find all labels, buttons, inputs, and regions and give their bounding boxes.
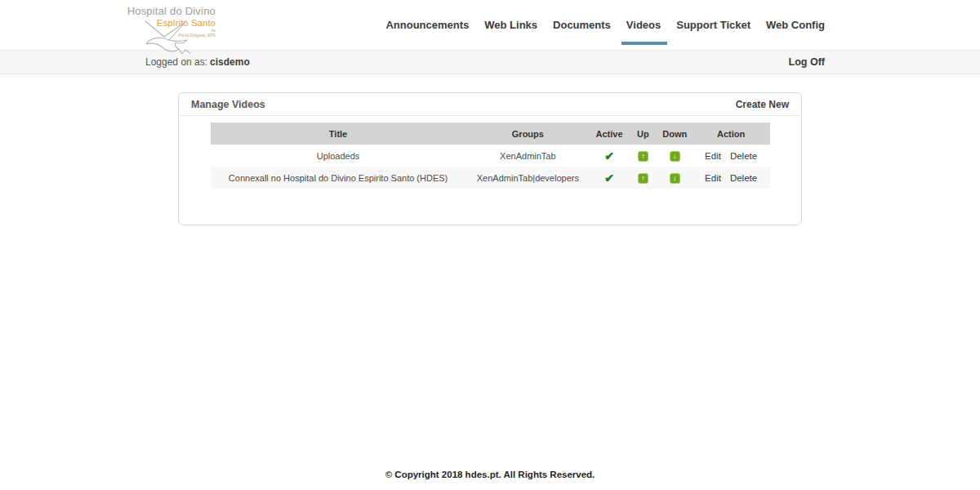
col-header-active: Active xyxy=(590,129,629,139)
action-cell: Edit Delete xyxy=(692,173,770,183)
create-new-button[interactable]: Create New xyxy=(736,99,789,110)
nav-item-videos[interactable]: Videos xyxy=(626,19,661,31)
nav-item-support-ticket[interactable]: Support Ticket xyxy=(676,19,751,31)
delete-link[interactable]: Delete xyxy=(730,173,757,183)
col-header-groups: Groups xyxy=(466,129,590,139)
action-cell: Edit Delete xyxy=(692,151,770,161)
move-down-button[interactable]: ↓ xyxy=(670,151,680,162)
col-header-down: Down xyxy=(657,129,692,139)
panel-header: Manage Videos Create New xyxy=(179,93,801,116)
table-header-row: Title Groups Active Up Down Action xyxy=(211,122,770,145)
edit-link[interactable]: Edit xyxy=(705,151,721,161)
move-up-button[interactable]: ↑ xyxy=(638,173,648,184)
move-down-cell: ↓ xyxy=(657,150,692,162)
username: cisdemo xyxy=(210,56,250,68)
panel-title: Manage Videos xyxy=(191,99,265,110)
move-down-button[interactable]: ↓ xyxy=(670,173,680,184)
logged-on-prefix: Logged on as: xyxy=(145,56,207,68)
table-row: Uploadeds XenAdminTab ✔ ↑ ↓ Edit Delete xyxy=(211,145,770,167)
move-up-button[interactable]: ↑ xyxy=(638,151,648,162)
active-status: ✔ xyxy=(590,172,629,185)
delete-link[interactable]: Delete xyxy=(730,151,757,161)
dove-icon xyxy=(142,20,206,55)
video-groups: XenAdminTab xyxy=(466,151,590,161)
col-header-up: Up xyxy=(629,129,658,139)
nav-item-announcements[interactable]: Announcements xyxy=(385,19,469,31)
video-title: Uploadeds xyxy=(211,151,466,161)
logo-text-line1: Hospital do Divino xyxy=(121,6,216,18)
nav-item-documents[interactable]: Documents xyxy=(553,19,611,31)
logged-on-text: Logged on as:cisdemo xyxy=(145,56,250,68)
move-up-cell: ↑ xyxy=(629,150,658,162)
move-down-cell: ↓ xyxy=(657,172,692,184)
active-status: ✔ xyxy=(590,149,629,163)
copyright-text: © Copyright 2018 hdes.pt. All Rights Res… xyxy=(0,470,980,479)
check-icon: ✔ xyxy=(604,149,614,163)
move-up-cell: ↑ xyxy=(629,172,658,184)
nav-item-web-config[interactable]: Web Config xyxy=(766,19,825,31)
main-nav: Announcements Web Links Documents Videos… xyxy=(385,0,825,50)
nav-item-web-links[interactable]: Web Links xyxy=(484,19,537,31)
col-header-title: Title xyxy=(211,129,466,139)
top-header: Hospital do Divino Espírito Santo de Pon… xyxy=(0,0,980,50)
log-off-link[interactable]: Log Off xyxy=(789,56,825,68)
edit-link[interactable]: Edit xyxy=(705,173,721,183)
col-header-action: Action xyxy=(692,129,770,139)
video-groups: XenAdminTab|developers xyxy=(466,173,590,183)
manage-videos-panel: Manage Videos Create New Title Groups Ac… xyxy=(178,92,802,225)
hospital-logo: Hospital do Divino Espírito Santo de Pon… xyxy=(121,6,216,38)
videos-table: Title Groups Active Up Down Action Uploa… xyxy=(179,116,801,225)
table-row: Connexall no Hospital do Divino Espirito… xyxy=(211,167,770,189)
video-title: Connexall no Hospital do Divino Espirito… xyxy=(211,173,466,183)
check-icon: ✔ xyxy=(604,172,614,185)
